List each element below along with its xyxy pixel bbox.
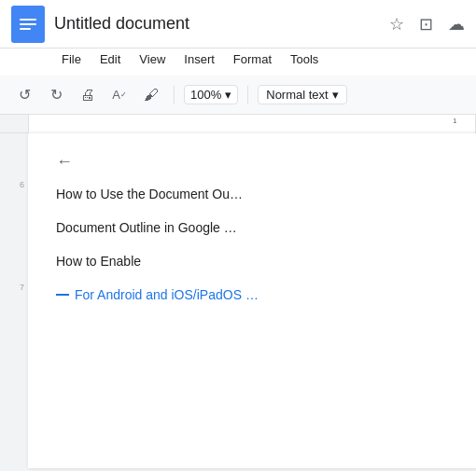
left-margin: 6 7 bbox=[0, 133, 28, 468]
icon-line-1 bbox=[20, 19, 36, 21]
title-icons: ☆ ⊡ ☁ bbox=[389, 14, 465, 35]
menu-format[interactable]: Format bbox=[226, 48, 279, 70]
zoom-level: 100% bbox=[190, 88, 221, 102]
outline-item-1[interactable]: Document Outline in Google … bbox=[56, 220, 448, 235]
menu-file[interactable]: File bbox=[54, 48, 89, 70]
menu-view[interactable]: View bbox=[132, 48, 173, 70]
ruler: 1 bbox=[28, 115, 476, 133]
style-selector[interactable]: Normal text ▾ bbox=[258, 85, 346, 104]
zoom-arrow: ▾ bbox=[225, 88, 231, 102]
style-arrow: ▾ bbox=[332, 88, 339, 102]
menu-bar: File Edit View Insert Format Tools bbox=[0, 48, 476, 76]
toolbar: ↺ ↻ 🖨 A✓ 🖌 100% ▾ Normal text ▾ bbox=[0, 76, 476, 115]
undo-button[interactable]: ↺ bbox=[11, 82, 37, 108]
style-label: Normal text bbox=[266, 88, 328, 102]
page-area: ← How to Use the Document Ou… Document O… bbox=[28, 133, 476, 468]
icon-line-3 bbox=[20, 28, 31, 30]
zoom-control[interactable]: 100% ▾ bbox=[184, 85, 238, 104]
outline-item-2[interactable]: How to Enable bbox=[56, 254, 448, 269]
ruler-area: 1 bbox=[0, 115, 476, 133]
outline-item-3-text: For Android and iOS/iPadOS … bbox=[75, 287, 259, 302]
star-icon[interactable]: ☆ bbox=[389, 14, 404, 35]
outline-item-0[interactable]: How to Use the Document Ou… bbox=[56, 187, 448, 201]
cloud-icon[interactable]: ☁ bbox=[448, 14, 465, 35]
active-indicator bbox=[56, 294, 69, 296]
margin-number-7: 7 bbox=[20, 283, 24, 292]
toolbar-separator bbox=[174, 86, 175, 104]
title-bar: Untitled document ☆ ⊡ ☁ bbox=[0, 0, 476, 48]
menu-edit[interactable]: Edit bbox=[92, 48, 128, 70]
menu-insert[interactable]: Insert bbox=[176, 48, 222, 70]
margin-number-6: 6 bbox=[20, 180, 24, 189]
menu-tools[interactable]: Tools bbox=[283, 48, 326, 70]
paint-format-button[interactable]: 🖌 bbox=[138, 82, 164, 108]
content-area: 6 7 ← How to Use the Document Ou… Docume… bbox=[0, 133, 476, 468]
outline-back-button[interactable]: ← bbox=[56, 152, 448, 172]
folder-icon[interactable]: ⊡ bbox=[419, 14, 433, 35]
back-arrow-icon: ← bbox=[56, 152, 73, 172]
ruler-number: 1 bbox=[453, 117, 456, 125]
redo-button[interactable]: ↻ bbox=[43, 82, 69, 108]
outline-items: How to Use the Document Ou… Document Out… bbox=[56, 187, 448, 302]
outline-item-3[interactable]: For Android and iOS/iPadOS … bbox=[56, 287, 448, 302]
toolbar-separator-2 bbox=[247, 86, 248, 104]
document-title[interactable]: Untitled document bbox=[54, 14, 389, 34]
icon-line-2 bbox=[20, 23, 36, 25]
app-icon[interactable] bbox=[11, 6, 45, 43]
spellcheck-button[interactable]: A✓ bbox=[106, 82, 133, 108]
print-button[interactable]: 🖨 bbox=[75, 82, 101, 108]
